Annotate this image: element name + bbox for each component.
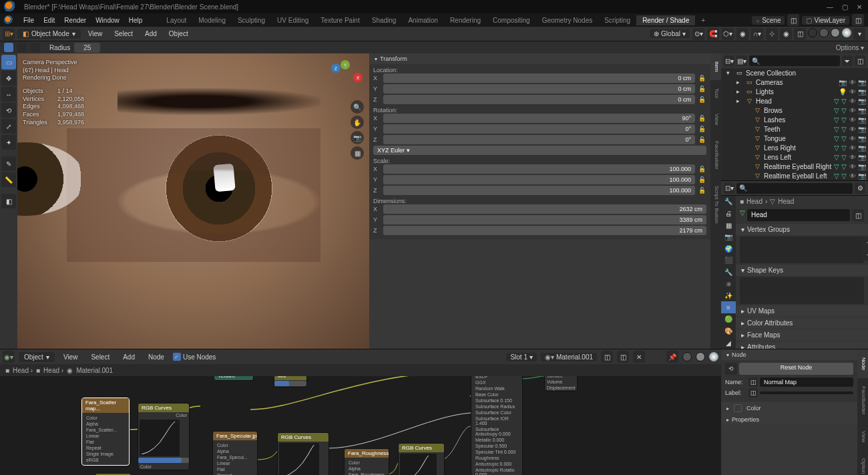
prop-section[interactable]: ▸Color Attributes [736, 317, 868, 329]
node-view[interactable]: View [59, 353, 83, 361]
outliner-item[interactable]: ▽Lashes▽▽👁📷 [721, 115, 868, 124]
workspace-tab[interactable]: Animation [402, 15, 443, 25]
workspace-tab[interactable]: Texture Paint [314, 15, 365, 25]
lock-toggle[interactable]: 🔓 [697, 126, 706, 132]
properties-tab-icon[interactable]: 📷 [721, 231, 736, 243]
tool-move[interactable]: ↔ [1, 87, 16, 102]
gizmo-toggle[interactable]: ⊹ [766, 28, 778, 40]
properties-search[interactable]: 🔍 [736, 183, 853, 194]
node-rgb-curves-2[interactable]: RGB Curves [277, 432, 329, 475]
properties-tab-icon[interactable]: 🔧 [721, 267, 736, 279]
node-shade-solid[interactable] [682, 352, 692, 361]
shading-dropdown[interactable]: ▾ [853, 28, 865, 40]
npanel-tab[interactable]: Tool [710, 80, 721, 106]
lock-toggle[interactable]: 🔓 [697, 176, 706, 183]
view3d-add[interactable]: Add [140, 30, 162, 37]
node-sidebar-properties[interactable]: ▸Properties [721, 414, 857, 425]
transform-field[interactable]: 90° [383, 114, 695, 123]
tool-transform[interactable]: ✦ [1, 135, 16, 150]
node-small-b[interactable]: Mix [274, 376, 307, 387]
prop-section[interactable]: ▸Attributes [736, 341, 868, 349]
properties-options[interactable]: ⚙ [855, 183, 865, 194]
node-editor-type[interactable]: ◉▾ [3, 351, 15, 363]
outliner-new-collection[interactable]: ◫ [855, 55, 865, 66]
viewlayer-dropdown[interactable]: ▢ViewLayer [802, 16, 849, 25]
node-sidebar-tab[interactable]: Option [857, 450, 868, 475]
workspace-tab[interactable]: Compositing [487, 15, 536, 25]
proportional-toggle[interactable]: ◉ [736, 28, 748, 40]
menu-file[interactable]: File [19, 17, 39, 24]
viewlayer-new[interactable]: ◫ [852, 14, 864, 26]
workspace-tab[interactable]: UV Editing [271, 15, 314, 25]
lock-toggle[interactable]: 🔓 [697, 166, 706, 172]
proportional-dropdown[interactable]: ∩▾ [751, 28, 763, 40]
use-nodes-checkbox[interactable]: ✓Use Nodes [173, 353, 216, 361]
mode-dropdown[interactable]: ◧Object Mode▾ [17, 29, 81, 39]
transform-field[interactable]: 3389 cm [383, 215, 706, 224]
menu-edit[interactable]: Edit [39, 17, 59, 24]
sel-add[interactable] [17, 43, 27, 52]
properties-tab-icon[interactable]: ◢ [721, 337, 736, 349]
menu-window[interactable]: Window [91, 17, 124, 24]
nav-zoom[interactable]: 🔍 [351, 100, 364, 114]
node-sidebar-color[interactable]: ▸Color [721, 402, 857, 414]
npanel-tab[interactable]: Item [710, 53, 721, 80]
node-rgb-curves-1[interactable]: RGB Curves Color Color [138, 403, 190, 470]
sel-sub[interactable] [31, 43, 40, 52]
lock-toggle[interactable]: 🔓 [697, 115, 706, 122]
outliner-filter[interactable]: ⏷ [842, 55, 853, 66]
node-image-specular[interactable]: Fara_Specular.jpg ColorAlphaFara_Specul.… [212, 431, 258, 475]
shading-wireframe[interactable] [808, 28, 817, 37]
outliner-item[interactable]: ▽Realtime Eyeball Left▽▽👁📷 [721, 171, 868, 180]
properties-type[interactable]: ⊡▾ [724, 183, 734, 194]
node-principled-bsdf[interactable]: BSDFGGXRandom WalkBase ColorSubsurface 0… [471, 376, 523, 475]
workspace-tab[interactable]: Scripting [598, 15, 636, 25]
nav-pan[interactable]: ✋ [351, 116, 364, 129]
node-sidebar-node-header[interactable]: ▾Node [721, 349, 857, 360]
mesh-name-input[interactable]: Head [747, 209, 850, 221]
properties-tab-icon[interactable]: ✨ [721, 290, 736, 302]
prop-section[interactable]: ▸UV Maps [736, 305, 868, 317]
material-new[interactable]: ◫ [617, 351, 629, 363]
workspace-tab[interactable]: Modeling [192, 15, 232, 25]
transform-field[interactable]: 2179 cm [383, 226, 706, 235]
snap-dropdown[interactable]: ⬡▾ [722, 28, 734, 40]
shading-material[interactable] [831, 28, 840, 37]
node-sidebar-tab[interactable]: Node [857, 349, 868, 378]
node-select[interactable]: Select [86, 353, 114, 361]
transform-field[interactable]: 2632 cm [383, 204, 706, 214]
rotation-mode-dropdown[interactable]: XYZ Euler ▾ [373, 146, 706, 155]
node-reset-icon[interactable]: ⟲ [725, 363, 737, 375]
workspace-tab[interactable]: Sculpting [232, 15, 271, 25]
outliner-mode[interactable]: ▤▾ [736, 55, 747, 66]
node-small-a[interactable]: Texture [214, 376, 254, 381]
lock-toggle[interactable]: 🔓 [697, 187, 706, 194]
properties-tab-icon[interactable]: ⬛ [721, 255, 736, 267]
maximize-button[interactable]: ▢ [840, 2, 849, 11]
menu-render[interactable]: Render [59, 17, 91, 24]
node-sidebar-tab[interactable]: View [857, 423, 868, 450]
editor-type-dropdown[interactable]: ⊞▾ [3, 28, 15, 40]
node-label-input[interactable] [760, 391, 853, 394]
npanel-tab[interactable]: Script To Button [710, 178, 721, 231]
snap-toggle[interactable]: 🧲 [707, 28, 719, 40]
properties-tab-icon[interactable]: 🌍 [721, 243, 736, 255]
npanel-tab[interactable]: FaceBuilder [710, 133, 721, 178]
node-image-scatter[interactable]: Fara_Scatter map... ColorAlphaFara_Scatt… [81, 398, 130, 466]
workspace-tab[interactable]: Rendering [444, 15, 487, 25]
scene-browse[interactable]: ◫ [787, 14, 799, 26]
sel-box[interactable] [4, 43, 13, 52]
outliner-item[interactable]: ▽Tongue▽▽👁📷 [721, 134, 868, 143]
node-image-roughness[interactable]: Fara_Roughness... ColorAlphaFara_Roughne… [344, 448, 389, 475]
workspace-tab[interactable]: Geometry Nodes [536, 15, 599, 25]
npanel-transform-header[interactable]: ▾Transform [369, 53, 710, 64]
menu-help[interactable]: Help [124, 17, 148, 24]
node-material-output[interactable]: Surface Volume Displacement [544, 376, 578, 391]
material-unlink[interactable]: ✕ [633, 351, 645, 363]
node-node[interactable]: Node [144, 353, 169, 361]
transform-field[interactable]: 0° [383, 124, 695, 134]
outliner-item[interactable]: ▽Brows▽▽👁📷 [721, 106, 868, 115]
properties-tab-icon[interactable]: ▦ [721, 219, 736, 231]
scene-dropdown[interactable]: ⬦Scene [752, 16, 785, 25]
properties-tab-icon[interactable]: ⚛ [721, 278, 736, 290]
